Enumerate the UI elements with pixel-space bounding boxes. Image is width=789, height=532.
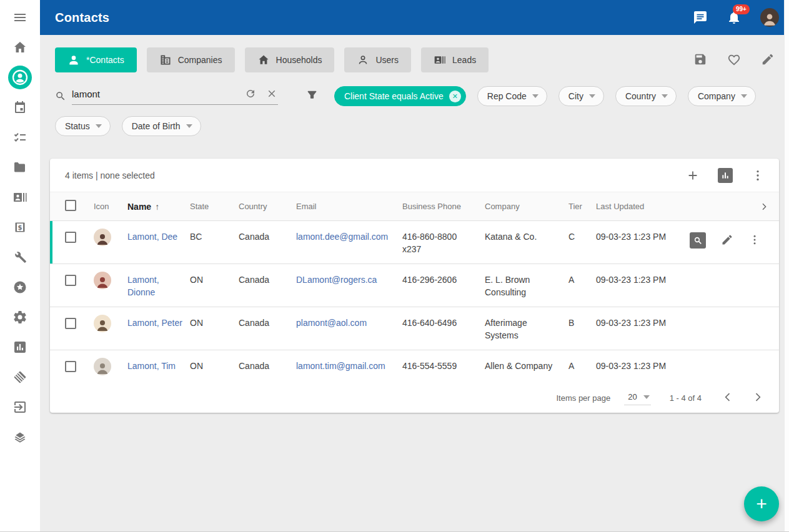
chart-icon	[718, 168, 733, 183]
column-header-company[interactable]: Company	[485, 202, 568, 211]
row-checkbox[interactable]	[65, 232, 76, 243]
applied-filter-chip[interactable]: Client State equals Active ✕	[334, 86, 466, 106]
plus-icon	[686, 169, 700, 182]
contact-email-link[interactable]: plamont@aol.com	[296, 318, 367, 328]
table-row[interactable]: Lamont, Dee BC Canada lamont.dee@gmail.c…	[50, 221, 779, 264]
sidebar-item-favorites[interactable]	[0, 272, 40, 302]
vertical-scrollbar[interactable]	[784, 0, 789, 531]
table-row[interactable]: Lamont, Peter ON Canada plamont@aol.com …	[50, 307, 779, 350]
chevron-down-icon	[186, 124, 192, 128]
contact-name-link[interactable]: Lamont, Dionne	[127, 275, 159, 297]
sidebar-item-reports[interactable]	[0, 332, 40, 362]
row-checkbox[interactable]	[65, 361, 76, 372]
chevron-down-icon	[643, 395, 650, 399]
select-all-checkbox[interactable]	[65, 200, 76, 211]
chart-view-button[interactable]	[718, 168, 733, 183]
sidebar-item-billing[interactable]: $	[0, 212, 40, 242]
filter-chip-country[interactable]: Country	[615, 86, 677, 106]
person-icon	[67, 54, 80, 66]
sidebar-item-tasks[interactable]	[0, 122, 40, 152]
filter-chip-date-of-birth[interactable]: Date of Birth	[122, 116, 201, 136]
table-row[interactable]: Lamont, Tim ON Canada lamont.tim@gmail.c…	[50, 350, 779, 383]
more-vert-icon	[751, 169, 765, 182]
state-cell: ON	[190, 360, 239, 372]
sidebar-item-contact-cards[interactable]	[0, 182, 40, 212]
refresh-button[interactable]	[244, 88, 257, 101]
filter-chip-company[interactable]: Company	[688, 86, 756, 106]
favorite-view-button[interactable]	[727, 52, 742, 67]
next-page-button[interactable]	[750, 390, 765, 405]
tab-households[interactable]: Households	[245, 47, 335, 72]
company-cell: E. L. Brown Consulting	[485, 273, 568, 298]
contact-name-link[interactable]: Lamont, Peter	[127, 318, 182, 328]
contact-email-link[interactable]: DLamont@rogers.ca	[296, 275, 377, 285]
filter-button[interactable]	[304, 89, 319, 104]
filter-chip-city[interactable]: City	[558, 86, 604, 106]
contact-avatar	[94, 229, 111, 246]
preview-button[interactable]	[690, 232, 706, 249]
country-cell: Canada	[239, 273, 296, 286]
sidebar-item-layers[interactable]	[0, 422, 40, 452]
column-header-last-updated[interactable]: Last Updated	[596, 202, 690, 211]
contact-email-link[interactable]: lamont.tim@gmail.com	[296, 361, 385, 371]
filter-chip-status[interactable]: Status	[55, 116, 111, 136]
sidebar-item-calendar[interactable]	[0, 92, 40, 122]
column-header-email[interactable]: Email	[296, 202, 402, 211]
business-phone-cell: 416-554-5559	[402, 360, 485, 372]
search-input[interactable]	[72, 89, 236, 99]
column-header-name[interactable]: Name ↑	[127, 202, 190, 212]
selection-summary: 4 items | none selected	[65, 170, 155, 180]
sidebar-item-settings[interactable]	[0, 302, 40, 332]
sidebar-item-sign-out[interactable]	[0, 392, 40, 422]
tier-cell: A	[568, 360, 596, 372]
calendar-icon	[12, 100, 27, 115]
business-phone-cell: 416-296-2606	[402, 273, 485, 286]
company-cell: Katana & Co.	[485, 230, 568, 243]
tab-users[interactable]: Users	[344, 47, 411, 72]
row-menu-button[interactable]	[748, 234, 761, 248]
remove-filter-icon[interactable]: ✕	[449, 91, 461, 102]
notifications-button[interactable]: 99+	[727, 10, 742, 25]
contact-avatar	[94, 315, 111, 332]
filter-chip-rep-code[interactable]: Rep Code	[477, 86, 547, 106]
menu-icon[interactable]	[0, 2, 40, 32]
clear-search-button[interactable]	[265, 88, 278, 101]
column-header-business-phone[interactable]: Business Phone	[402, 202, 485, 211]
column-header-state[interactable]: State	[190, 202, 239, 211]
table-row[interactable]: Lamont, Dionne ON Canada DLamont@rogers.…	[50, 264, 779, 307]
row-checkbox[interactable]	[65, 318, 76, 329]
add-contact-fab[interactable]: +	[744, 486, 779, 521]
column-header-icon[interactable]: Icon	[94, 202, 127, 211]
sidebar-item-contacts[interactable]	[0, 62, 40, 92]
secondary-filter-row: Status Date of Birth	[55, 116, 775, 136]
sidebar-item-home[interactable]	[0, 32, 40, 62]
scroll-columns-right-button[interactable]	[759, 202, 769, 212]
sidebar-item-tools[interactable]	[0, 242, 40, 272]
user-avatar[interactable]	[760, 8, 779, 27]
tab-companies[interactable]: Companies	[147, 47, 235, 72]
column-header-country[interactable]: Country	[239, 202, 296, 211]
contact-name-link[interactable]: Lamont, Dee	[127, 232, 177, 242]
tab-leads[interactable]: Leads	[421, 47, 489, 72]
tab-contacts[interactable]: *Contacts	[55, 47, 137, 72]
app-window: $ Contacts	[0, 0, 789, 532]
svg-text:$: $	[18, 224, 22, 231]
company-cell: Afterimage Systems	[485, 317, 568, 342]
add-button[interactable]	[685, 168, 700, 183]
items-per-page-select[interactable]: 20	[624, 390, 650, 405]
items-per-page-label: Items per page	[557, 393, 611, 403]
column-header-tier[interactable]: Tier	[568, 202, 596, 211]
grid-menu-button[interactable]	[750, 168, 765, 183]
layers-icon	[12, 430, 27, 445]
contact-email-link[interactable]: lamont.dee@gmail.com	[296, 232, 388, 242]
row-checkbox[interactable]	[65, 275, 76, 286]
previous-page-button[interactable]	[720, 390, 735, 405]
edit-row-button[interactable]	[721, 234, 733, 248]
save-view-button[interactable]	[693, 52, 708, 67]
sidebar-item-tags[interactable]	[0, 362, 40, 392]
chat-button[interactable]	[693, 10, 708, 25]
contact-name-link[interactable]: Lamont, Tim	[127, 361, 176, 371]
sidebar-item-documents[interactable]	[0, 152, 40, 182]
sort-ascending-icon: ↑	[155, 202, 159, 212]
edit-view-button[interactable]	[760, 52, 775, 67]
